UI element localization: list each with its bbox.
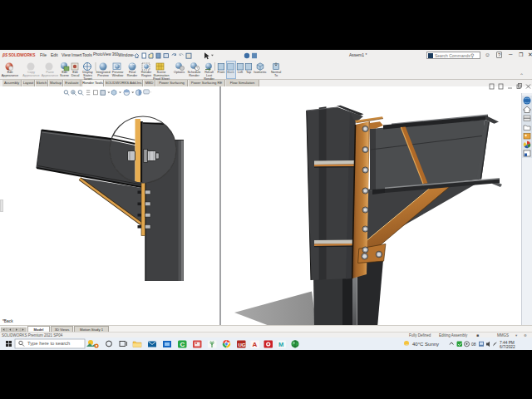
svg-text:Type here to search: Type here to search	[27, 341, 70, 346]
svg-text:08: 08	[471, 342, 476, 347]
svg-text:40°C Sunny: 40°C Sunny	[412, 342, 439, 347]
svg-text:7:44 PM: 7:44 PM	[500, 341, 515, 345]
svg-text:A: A	[253, 341, 258, 348]
svg-text:C: C	[180, 341, 185, 348]
svg-text:6/7/2022: 6/7/2022	[500, 345, 515, 349]
svg-text:UG: UG	[239, 342, 246, 347]
svg-text:M: M	[278, 341, 283, 348]
